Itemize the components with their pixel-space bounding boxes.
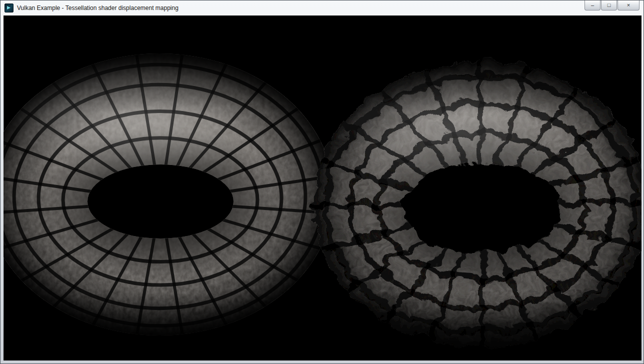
render-viewport[interactable] [4, 16, 642, 360]
maximize-icon: □ [608, 2, 611, 8]
minimize-button[interactable]: – [584, 0, 600, 10]
app-window: Vulkan Example - Tessellation shader dis… [0, 0, 644, 364]
window-controls: – □ × [584, 0, 640, 10]
minimize-icon: – [591, 2, 594, 8]
vulkan-app-icon [4, 4, 14, 12]
render-canvas[interactable] [4, 16, 642, 360]
close-icon: × [627, 2, 630, 8]
maximize-button[interactable]: □ [601, 0, 617, 10]
close-button[interactable]: × [618, 0, 640, 10]
window-title: Vulkan Example - Tessellation shader dis… [17, 4, 178, 12]
title-bar[interactable]: Vulkan Example - Tessellation shader dis… [0, 0, 644, 16]
